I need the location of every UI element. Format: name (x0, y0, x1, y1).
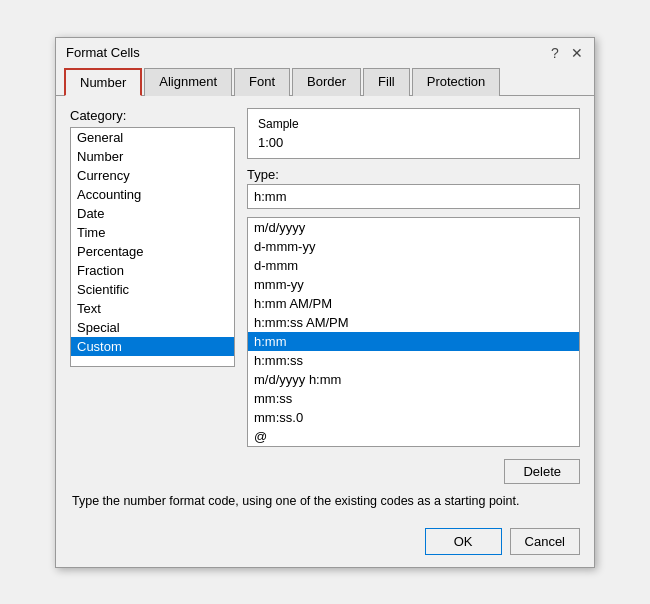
list-item-custom[interactable]: Custom (71, 337, 234, 356)
type-input[interactable] (247, 184, 580, 209)
hint-text: Type the number format code, using one o… (70, 494, 580, 508)
list-item[interactable]: h:mm:ss AM/PM (248, 313, 579, 332)
list-item[interactable]: Scientific (71, 280, 234, 299)
dialog-content: Category: General Number Currency Accoun… (56, 96, 594, 518)
right-section: Sample 1:00 Type: m/d/yyyy d-mmm-yy d-mm… (247, 108, 580, 484)
list-item[interactable]: d-mmm (248, 256, 579, 275)
list-item[interactable]: Text (71, 299, 234, 318)
type-section: Type: (247, 167, 580, 209)
help-button[interactable]: ? (546, 44, 564, 62)
list-item[interactable]: @ (248, 427, 579, 446)
list-item[interactable]: h:mm:ss (248, 351, 579, 370)
list-item[interactable]: mmm-yy (248, 275, 579, 294)
tab-bar: Number Alignment Font Border Fill Protec… (56, 68, 594, 96)
dialog-title: Format Cells (66, 45, 140, 60)
sample-value: 1:00 (258, 135, 569, 150)
cancel-button[interactable]: Cancel (510, 528, 580, 555)
list-item[interactable]: m/d/yyyy (248, 218, 579, 237)
format-list-container[interactable]: m/d/yyyy d-mmm-yy d-mmm mmm-yy h:mm AM/P… (247, 217, 580, 447)
main-area: Category: General Number Currency Accoun… (70, 108, 580, 484)
delete-btn-row: Delete (247, 459, 580, 484)
list-item[interactable]: Currency (71, 166, 234, 185)
delete-button[interactable]: Delete (504, 459, 580, 484)
list-item[interactable]: Special (71, 318, 234, 337)
list-item[interactable]: General (71, 128, 234, 147)
category-list[interactable]: General Number Currency Accounting Date … (70, 127, 235, 367)
list-item[interactable]: mm:ss (248, 389, 579, 408)
list-item[interactable]: Number (71, 147, 234, 166)
list-item[interactable]: mm:ss.0 (248, 408, 579, 427)
sample-box: Sample 1:00 (247, 108, 580, 159)
list-item[interactable]: Fraction (71, 261, 234, 280)
tab-number[interactable]: Number (64, 68, 142, 96)
category-section: Category: General Number Currency Accoun… (70, 108, 235, 484)
title-bar: Format Cells ? ✕ (56, 38, 594, 66)
list-item[interactable]: m/d/yyyy h:mm (248, 370, 579, 389)
list-item[interactable]: Time (71, 223, 234, 242)
tab-alignment[interactable]: Alignment (144, 68, 232, 96)
type-label: Type: (247, 167, 580, 182)
close-button[interactable]: ✕ (568, 44, 586, 62)
tab-protection[interactable]: Protection (412, 68, 501, 96)
list-item[interactable]: h:mm AM/PM (248, 294, 579, 313)
list-item[interactable]: Date (71, 204, 234, 223)
list-item[interactable]: d-mmm-yy (248, 237, 579, 256)
ok-button[interactable]: OK (425, 528, 502, 555)
tab-font[interactable]: Font (234, 68, 290, 96)
sample-label: Sample (258, 117, 569, 131)
tab-border[interactable]: Border (292, 68, 361, 96)
list-item[interactable]: Accounting (71, 185, 234, 204)
format-cells-dialog: Format Cells ? ✕ Number Alignment Font B… (55, 37, 595, 568)
list-item[interactable]: Percentage (71, 242, 234, 261)
format-list: m/d/yyyy d-mmm-yy d-mmm mmm-yy h:mm AM/P… (248, 218, 579, 446)
tab-fill[interactable]: Fill (363, 68, 410, 96)
footer: OK Cancel (56, 518, 594, 567)
title-bar-controls: ? ✕ (546, 44, 586, 62)
list-item-hmm[interactable]: h:mm (248, 332, 579, 351)
category-label: Category: (70, 108, 235, 123)
